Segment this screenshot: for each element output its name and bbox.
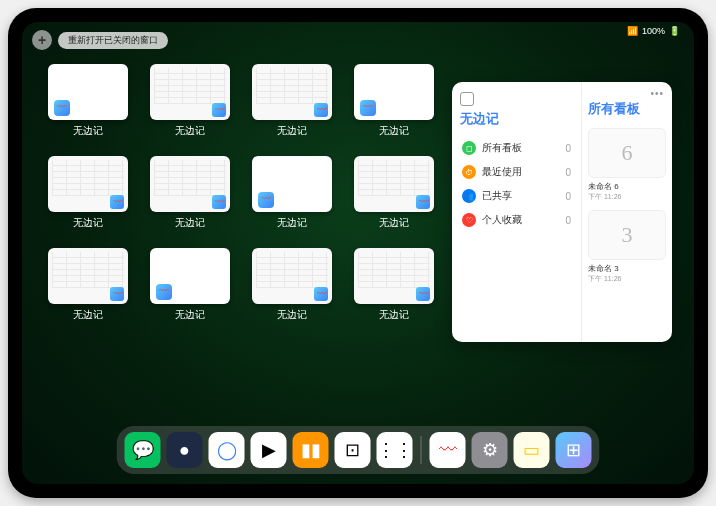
window-preview [48,248,128,304]
board-card[interactable]: 3未命名 3下午 11:26 [588,210,666,284]
category-count: 0 [565,167,571,178]
freeform-app-icon [314,287,328,301]
freeform-app-icon [360,100,376,116]
freeform-app-icon [416,195,430,209]
category-item[interactable]: ♡个人收藏0 [460,208,573,232]
status-bar: 📶 100% 🔋 [627,26,680,36]
window-label: 无边记 [73,124,103,138]
window-preview [252,64,332,120]
window-label: 无边记 [277,308,307,322]
category-label: 个人收藏 [482,213,559,227]
category-item[interactable]: ⏱最近使用0 [460,160,573,184]
window-label: 无边记 [175,308,205,322]
window-thumbnail[interactable]: 无边记 [252,156,332,230]
battery-icon: 🔋 [669,26,680,36]
window-label: 无边记 [277,216,307,230]
dock-app-play[interactable]: ▶ [251,432,287,468]
detail-panel: ••• 无边记 ◻所有看板0⏱最近使用0👥已共享0♡个人收藏0 所有看板 6未命… [452,82,672,342]
window-thumbnail[interactable]: 无边记 [48,248,128,322]
dock-app-freeform[interactable]: 〰 [430,432,466,468]
panel-title-left: 无边记 [460,110,573,128]
window-thumbnail[interactable]: 无边记 [354,64,434,138]
window-thumbnail[interactable]: 无边记 [150,64,230,138]
dock-app-books[interactable]: ▮▮ [293,432,329,468]
category-count: 0 [565,143,571,154]
dock-app-settings[interactable]: ⚙ [472,432,508,468]
dock-app-browser[interactable]: ◯ [209,432,245,468]
category-label: 已共享 [482,189,559,203]
category-count: 0 [565,191,571,202]
dock-app-wechat[interactable]: 💬 [125,432,161,468]
window-label: 无边记 [73,216,103,230]
category-label: 最近使用 [482,165,559,179]
window-preview [354,248,434,304]
window-thumbnail[interactable]: 无边记 [252,248,332,322]
freeform-app-icon [110,287,124,301]
window-preview [150,156,230,212]
window-thumbnail[interactable]: 无边记 [150,248,230,322]
freeform-app-icon [212,195,226,209]
window-thumbnail[interactable]: 无边记 [354,156,434,230]
reopen-closed-button[interactable]: 重新打开已关闭的窗口 [58,32,168,49]
board-name: 未命名 3 [588,263,666,274]
wifi-icon: 📶 [627,26,638,36]
freeform-app-icon [314,103,328,117]
category-item[interactable]: ◻所有看板0 [460,136,573,160]
panel-sidebar: 无边记 ◻所有看板0⏱最近使用0👥已共享0♡个人收藏0 [452,82,582,342]
freeform-app-icon [212,103,226,117]
window-preview [252,156,332,212]
board-time: 下午 11:26 [588,192,666,202]
board-thumbnail: 6 [588,128,666,178]
dock-app-quark[interactable]: ● [167,432,203,468]
window-label: 无边记 [379,124,409,138]
window-thumbnail[interactable]: 无边记 [150,156,230,230]
sidebar-toggle-icon[interactable] [460,92,474,106]
window-preview [150,64,230,120]
category-count: 0 [565,215,571,226]
panel-title-right: 所有看板 [588,100,666,118]
panel-content: 所有看板 6未命名 6下午 11:263未命名 3下午 11:26 [582,82,672,342]
window-thumbnail[interactable]: 无边记 [252,64,332,138]
freeform-app-icon [110,195,124,209]
board-name: 未命名 6 [588,181,666,192]
battery-text: 100% [642,26,665,36]
dock-separator [421,436,422,464]
freeform-app-icon [156,284,172,300]
window-label: 无边记 [277,124,307,138]
window-thumbnail[interactable]: 无边记 [48,156,128,230]
freeform-app-icon [416,287,430,301]
dock-app-notes[interactable]: ▭ [514,432,550,468]
window-label: 无边记 [73,308,103,322]
board-card[interactable]: 6未命名 6下午 11:26 [588,128,666,202]
window-preview [252,248,332,304]
freeform-app-icon [258,192,274,208]
more-icon[interactable]: ••• [650,88,664,99]
dock: 💬●◯▶▮▮⊡⋮⋮〰⚙▭⊞ [117,426,600,474]
window-thumbnail[interactable]: 无边记 [354,248,434,322]
window-label: 无边记 [175,124,205,138]
category-label: 所有看板 [482,141,559,155]
category-icon: ◻ [462,141,476,155]
category-icon: ♡ [462,213,476,227]
window-thumbnail[interactable]: 无边记 [48,64,128,138]
category-item[interactable]: 👥已共享0 [460,184,573,208]
ipad-frame: 📶 100% 🔋 + 重新打开已关闭的窗口 无边记无边记无边记无边记无边记无边记… [8,8,708,498]
dock-app-recent[interactable]: ⊞ [556,432,592,468]
category-icon: ⏱ [462,165,476,179]
category-icon: 👥 [462,189,476,203]
window-label: 无边记 [379,216,409,230]
dock-app-dice[interactable]: ⊡ [335,432,371,468]
freeform-app-icon [54,100,70,116]
dock-app-dots[interactable]: ⋮⋮ [377,432,413,468]
window-grid: 无边记无边记无边记无边记无边记无边记无边记无边记无边记无边记无边记无边记 [48,64,434,322]
new-window-button[interactable]: + [32,30,52,50]
window-preview [354,64,434,120]
window-preview [354,156,434,212]
window-preview [48,64,128,120]
window-preview [48,156,128,212]
board-time: 下午 11:26 [588,274,666,284]
top-bar: + 重新打开已关闭的窗口 [32,30,168,50]
screen: 📶 100% 🔋 + 重新打开已关闭的窗口 无边记无边记无边记无边记无边记无边记… [22,22,694,484]
window-label: 无边记 [175,216,205,230]
window-preview [150,248,230,304]
